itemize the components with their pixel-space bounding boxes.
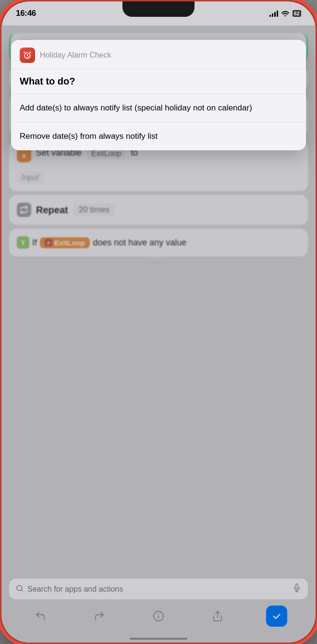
signal-icon <box>269 10 278 17</box>
action-sheet: Holiday Alarm Check What to do? Add date… <box>11 40 306 150</box>
option-remove-dates[interactable]: Remove date(s) from always notify list <box>11 122 306 150</box>
phone-screen: 16:46 62 <box>1 1 316 643</box>
wifi-icon <box>281 10 290 18</box>
screen-content: − Remove date(s) from always... ⓘ ☰ + Ad… <box>1 25 316 643</box>
action-sheet-header: Holiday Alarm Check <box>11 40 306 69</box>
battery-icon: 62 <box>293 10 301 17</box>
status-time: 16:46 <box>16 9 36 18</box>
notch <box>122 1 195 17</box>
app-name-label: Holiday Alarm Check <box>40 51 111 60</box>
action-sheet-question: What to do? <box>11 69 306 94</box>
alarm-app-icon <box>20 48 35 63</box>
svg-line-5 <box>24 52 25 53</box>
status-icons: 62 <box>269 10 301 18</box>
option-add-dates[interactable]: Add date(s) to always notify list (speci… <box>11 94 306 122</box>
phone-frame: 16:46 62 <box>0 0 317 644</box>
svg-line-6 <box>30 52 31 53</box>
